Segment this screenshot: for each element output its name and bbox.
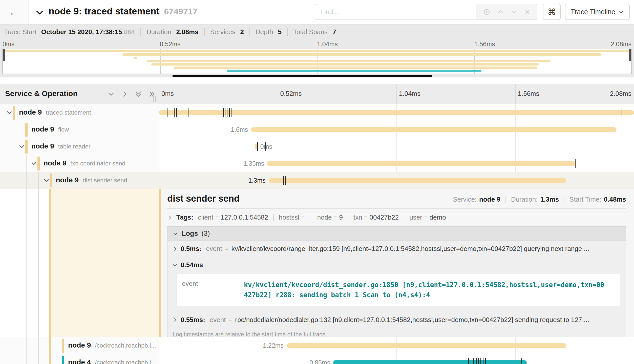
tag-value: 127.0.0.1:54582 — [221, 213, 268, 221]
span-row-tree-cell[interactable]: node 9table reader — [0, 138, 159, 155]
log-marker-tick — [283, 176, 284, 185]
log-marker-tick — [225, 108, 225, 117]
expand-one-icon[interactable] — [121, 90, 129, 98]
tags-row[interactable]: Tags: client=127.0.0.1:54582hostssl=node… — [167, 213, 626, 221]
span-detail-row: dist sender send Service:node 9Duration:… — [0, 189, 634, 337]
log-marker-tick — [483, 358, 483, 364]
collapse-controls — [107, 90, 156, 98]
span-row-timeline-cell[interactable]: 0.85ms — [159, 354, 634, 364]
span-bar[interactable] — [267, 161, 576, 166]
span-row-timeline-cell[interactable]: 1.35ms — [159, 155, 634, 172]
span-row-tree-cell[interactable]: node 9traced statement — [0, 104, 159, 121]
log-entry[interactable]: 0.55ms: event = rpc/nodedialer/nodediale… — [167, 312, 626, 328]
span-row-tree-cell[interactable]: node 9txn coordinator send — [0, 155, 159, 172]
back-button[interactable]: ← — [0, 0, 29, 24]
minimap-left-handle[interactable] — [3, 49, 5, 61]
operation-name: dist sender send — [83, 177, 127, 184]
equals-sign: = — [301, 214, 305, 221]
span-row-timeline-cell[interactable]: 1.22ms — [159, 337, 634, 354]
span-bar[interactable] — [251, 127, 616, 132]
service-color-swatch — [25, 140, 28, 154]
log-marker-tick — [174, 108, 175, 117]
span-expander-icon[interactable] — [6, 109, 13, 116]
span-row[interactable]: node 9table reader0ms — [0, 138, 634, 155]
indent-guide — [14, 337, 14, 354]
span-bar[interactable] — [333, 360, 526, 364]
meta-label: Duration: — [511, 196, 538, 203]
span-duration-label: 1.22ms — [263, 342, 284, 349]
keyboard-shortcuts-button[interactable]: ⌘ — [543, 4, 561, 20]
span-expander-icon[interactable] — [43, 177, 50, 184]
locate-icon[interactable] — [483, 8, 491, 16]
span-bar[interactable] — [159, 110, 634, 115]
span-row[interactable]: node 4/cockroach.roachpb.l...0.85ms — [0, 354, 634, 364]
find-input[interactable] — [315, 4, 476, 20]
chevron-down-icon — [173, 231, 178, 237]
tag-key: node — [317, 213, 332, 221]
minimap-scroll-indicator[interactable] — [173, 75, 432, 77]
span-bar[interactable] — [255, 144, 257, 149]
trace-collapse-icon[interactable] — [35, 8, 45, 17]
span-row[interactable]: node 9flow1.6ms — [0, 121, 634, 138]
span-row-labels: node 9traced statement — [19, 108, 91, 116]
span-bar[interactable] — [287, 343, 566, 348]
trace-summary: Trace Start October 15 2020, 17:38:15.08… — [4, 28, 336, 36]
column-resize-handle[interactable] — [153, 96, 156, 102]
log-key: event — [206, 245, 222, 253]
service-color-swatch — [13, 106, 15, 120]
span-row[interactable]: node 9/cockroach.roachpb.l...1.22ms — [0, 337, 634, 354]
span-row-tree-cell[interactable]: node 4/cockroach.roachpb.l... — [0, 354, 159, 364]
log-marker-tick — [575, 159, 576, 168]
summary-value: 2 — [240, 28, 244, 36]
meta-label: Start Time: — [569, 196, 601, 203]
tag-key: hostssl — [279, 213, 299, 221]
span-bar[interactable] — [269, 178, 566, 183]
span-row[interactable]: node 9dist sender send1.3ms — [0, 172, 634, 189]
service-operation-header: Service & Operation — [5, 89, 78, 98]
find-next-icon[interactable] — [511, 8, 518, 15]
span-row-labels: node 9/cockroach.roachpb.l... — [68, 341, 156, 349]
span-row-tree-cell[interactable]: node 9flow — [0, 121, 159, 138]
summary-item: Duration 2.08ms — [146, 28, 199, 36]
indent-guide — [14, 155, 14, 172]
span-row-tree-cell[interactable]: node 9/cockroach.roachpb.l... — [0, 337, 159, 354]
log-marker-tick — [478, 358, 479, 364]
log-entry[interactable]: 0.5ms: event = kv/kvclient/kvcoord/range… — [167, 241, 626, 257]
detail-indent-gutter — [0, 189, 159, 337]
span-row-timeline-cell[interactable] — [159, 104, 634, 121]
detail-divider — [167, 208, 626, 209]
collapse-all-icon[interactable] — [135, 90, 142, 98]
logs-header[interactable]: Logs (3) — [167, 227, 626, 241]
summary-label: Duration — [146, 28, 173, 36]
minimap-right-handle[interactable] — [629, 49, 631, 61]
chevron-down-icon — [618, 9, 624, 15]
collapse-one-icon[interactable] — [107, 90, 115, 98]
operation-name: traced statement — [46, 109, 91, 116]
operation-name: /cockroach.roachpb.l... — [95, 359, 156, 364]
span-row[interactable]: node 9txn coordinator send1.35ms — [0, 155, 634, 172]
chevron-down-icon — [173, 263, 178, 268]
minimap-span-bar — [3, 50, 631, 52]
log-marker-tick — [167, 108, 167, 117]
log-marker-tick — [229, 108, 230, 117]
summary-item: Depth 5 — [256, 28, 282, 36]
minimap-canvas[interactable] — [3, 49, 631, 74]
span-detail-panel: dist sender send Service:node 9Duration:… — [159, 189, 634, 337]
logs-count: (3) — [202, 230, 210, 238]
column-divider[interactable] — [159, 104, 159, 364]
span-row[interactable]: node 9traced statement — [0, 104, 634, 121]
find-prev-icon[interactable] — [497, 8, 504, 15]
span-expander-icon[interactable] — [31, 160, 37, 167]
span-row-timeline-cell[interactable]: 1.3ms — [159, 172, 634, 189]
find-clear-icon[interactable]: ✕ — [524, 8, 530, 16]
log-entry-expanded[interactable]: 0.54ms — [167, 257, 626, 273]
span-expander-icon[interactable] — [18, 143, 25, 150]
span-row-tree-cell[interactable]: node 9dist sender send — [0, 172, 159, 189]
active-indent-guide — [49, 354, 51, 364]
span-row-timeline-cell[interactable]: 1.6ms — [159, 121, 634, 138]
span-row-timeline-cell[interactable]: 0ms — [159, 138, 634, 155]
ruler-tick-label: 0ms — [161, 90, 174, 98]
view-selector-button[interactable]: Trace Timeline — [565, 4, 630, 20]
tag-key: user — [409, 213, 422, 221]
meta-label: Service: — [453, 196, 477, 203]
